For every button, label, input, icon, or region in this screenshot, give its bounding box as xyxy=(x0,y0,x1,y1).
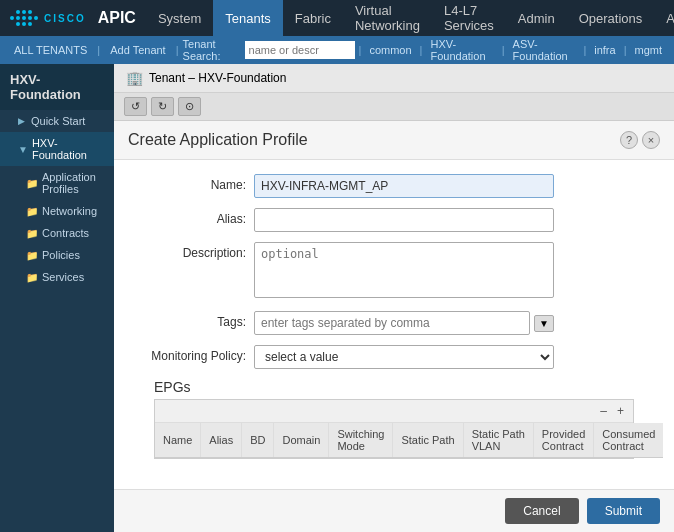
nav-operations[interactable]: Operations xyxy=(567,0,655,36)
name-label: Name: xyxy=(134,174,254,192)
epgs-add-btn[interactable]: + xyxy=(614,403,627,419)
nav-apps[interactable]: Apps xyxy=(654,0,674,36)
tenant-bar: ALL TENANTS | Add Tenant | Tenant Search… xyxy=(0,36,674,64)
epgs-title: EPGs xyxy=(154,379,191,395)
top-nav: System Tenants Fabric Virtual Networking… xyxy=(146,0,674,36)
col-provided-contract: ProvidedContract xyxy=(533,423,593,458)
create-app-profile-dialog: Create Application Profile ? × Name: Ali… xyxy=(114,121,674,532)
sidebar-item-hxv-foundation[interactable]: ▼ HXV-Foundation xyxy=(0,132,114,166)
sync-btn[interactable]: ⊙ xyxy=(178,97,201,116)
folder-icon-5: 📁 xyxy=(26,250,38,261)
nav-virtual-networking[interactable]: Virtual Networking xyxy=(343,0,432,36)
dialog-header: Create Application Profile ? × xyxy=(114,121,674,160)
content-area: 🏢 Tenant – HXV-Foundation ↺ ↻ ⊙ Create A… xyxy=(114,64,674,532)
sidebar-item-quick-start-label: Quick Start xyxy=(31,115,85,127)
sidebar-item-policies[interactable]: 📁 Policies xyxy=(0,244,114,266)
sidebar-title: HXV-Foundation xyxy=(0,64,114,110)
apic-text: APIC xyxy=(98,9,136,27)
col-alias: Alias xyxy=(201,423,242,458)
tenant-search-label: Tenant Search: xyxy=(183,38,241,62)
epgs-toolbar: – + xyxy=(155,400,633,423)
refresh-btn[interactable]: ↺ xyxy=(124,97,147,116)
arrow-icon: ▶ xyxy=(18,116,25,126)
tenant-common[interactable]: common xyxy=(365,44,415,56)
sidebar-item-app-profiles[interactable]: 📁 Application Profiles xyxy=(0,166,114,200)
sidebar-item-quick-start[interactable]: ▶ Quick Start xyxy=(0,110,114,132)
top-nav-bar: CISCO APIC System Tenants Fabric Virtual… xyxy=(0,0,674,36)
form-row-tags: Tags: ▼ xyxy=(134,311,654,335)
cisco-text: CISCO xyxy=(44,13,86,24)
col-switching-mode: SwitchingMode xyxy=(329,423,393,458)
folder-icon-6: 📁 xyxy=(26,272,38,283)
add-tenant-link[interactable]: Add Tenant xyxy=(104,44,171,56)
tenant-infra[interactable]: infra xyxy=(590,44,619,56)
nav-tenants[interactable]: Tenants xyxy=(213,0,283,36)
monitoring-select[interactable]: select a value xyxy=(254,345,554,369)
sidebar-item-services-label: Services xyxy=(42,271,84,283)
nav-admin[interactable]: Admin xyxy=(506,0,567,36)
epgs-collapse-btn[interactable]: – xyxy=(597,403,610,419)
folder-icon-3: 📁 xyxy=(26,206,38,217)
dialog-title: Create Application Profile xyxy=(128,131,308,149)
nav-system[interactable]: System xyxy=(146,0,213,36)
submit-button[interactable]: Submit xyxy=(587,498,660,524)
form-row-monitoring: Monitoring Policy: select a value xyxy=(134,345,654,369)
nav-l4l7[interactable]: L4-L7 Services xyxy=(432,0,506,36)
col-static-path: Static Path xyxy=(393,423,463,458)
form-row-description: Description: xyxy=(134,242,654,301)
name-field xyxy=(254,174,554,198)
col-name: Name xyxy=(155,423,201,458)
description-field xyxy=(254,242,554,301)
col-consumed-contract: ConsumedContract xyxy=(594,423,664,458)
sidebar-item-networking-label: Networking xyxy=(42,205,97,217)
folder-icon: ▼ xyxy=(18,144,28,155)
dialog-close-button[interactable]: × xyxy=(642,131,660,149)
all-tenants-link[interactable]: ALL TENANTS xyxy=(8,44,93,56)
monitoring-field: select a value xyxy=(254,345,554,369)
description-label: Description: xyxy=(134,242,254,260)
epgs-section: EPGs – + Name Alias BD xyxy=(154,379,634,459)
cisco-logo: CISCO APIC xyxy=(10,9,136,27)
breadcrumb: 🏢 Tenant – HXV-Foundation xyxy=(114,64,674,93)
epg-table-header-row: Name Alias BD Domain SwitchingMode Stati… xyxy=(155,423,663,458)
alias-label: Alias: xyxy=(134,208,254,226)
cancel-button[interactable]: Cancel xyxy=(505,498,578,524)
tenant-asv-foundation[interactable]: ASV-Foundation xyxy=(509,38,580,62)
epgs-table-container: – + Name Alias BD Domain SwitchingMode xyxy=(154,399,634,459)
dialog-help-button[interactable]: ? xyxy=(620,131,638,149)
tenant-search-input[interactable] xyxy=(245,41,355,59)
folder-icon-4: 📁 xyxy=(26,228,38,239)
epgs-table: Name Alias BD Domain SwitchingMode Stati… xyxy=(155,423,663,458)
alias-input[interactable] xyxy=(254,208,554,232)
form-row-alias: Alias: xyxy=(134,208,654,232)
sidebar-item-policies-label: Policies xyxy=(42,249,80,261)
sidebar-item-contracts-label: Contracts xyxy=(42,227,89,239)
epgs-header: EPGs xyxy=(154,379,634,395)
toolbar: ↺ ↻ ⊙ xyxy=(114,93,674,121)
col-static-path-vlan: Static PathVLAN xyxy=(463,423,533,458)
monitoring-label: Monitoring Policy: xyxy=(134,345,254,363)
main-layout: HXV-Foundation ▶ Quick Start ▼ HXV-Found… xyxy=(0,64,674,532)
breadcrumb-text: Tenant – HXV-Foundation xyxy=(149,71,286,85)
sidebar: HXV-Foundation ▶ Quick Start ▼ HXV-Found… xyxy=(0,64,114,532)
forward-btn[interactable]: ↻ xyxy=(151,97,174,116)
sidebar-item-app-profiles-label: Application Profiles xyxy=(42,171,106,195)
col-domain: Domain xyxy=(274,423,329,458)
tenant-hxv-foundation[interactable]: HXV-Foundation xyxy=(426,38,497,62)
cisco-logo-icon xyxy=(10,10,38,26)
alias-field xyxy=(254,208,554,232)
description-textarea[interactable] xyxy=(254,242,554,298)
nav-fabric[interactable]: Fabric xyxy=(283,0,343,36)
form-row-name: Name: xyxy=(134,174,654,198)
tags-field: ▼ xyxy=(254,311,554,335)
tenant-icon: 🏢 xyxy=(126,70,143,86)
sidebar-item-contracts[interactable]: 📁 Contracts xyxy=(0,222,114,244)
tenant-mgmt[interactable]: mgmt xyxy=(631,44,667,56)
tags-input[interactable] xyxy=(254,311,530,335)
tags-dropdown-btn[interactable]: ▼ xyxy=(534,315,554,332)
tags-label: Tags: xyxy=(134,311,254,329)
sidebar-item-services[interactable]: 📁 Services xyxy=(0,266,114,288)
col-bd: BD xyxy=(242,423,274,458)
sidebar-item-networking[interactable]: 📁 Networking xyxy=(0,200,114,222)
name-input[interactable] xyxy=(254,174,554,198)
